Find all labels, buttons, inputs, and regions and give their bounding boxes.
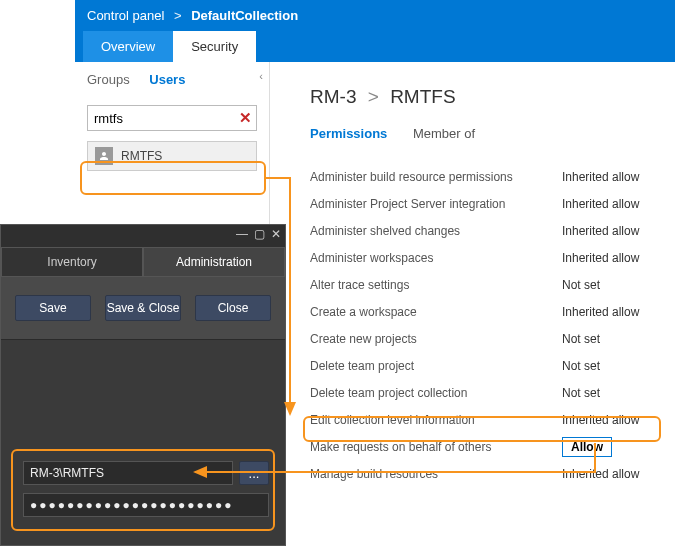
permission-row[interactable]: Administer build resource permissionsInh… (310, 163, 657, 190)
person-icon (95, 147, 113, 165)
credentials-group: ... (11, 449, 275, 531)
permission-value[interactable]: Not set (562, 359, 657, 373)
save-button[interactable]: Save (15, 295, 91, 321)
minimize-icon[interactable]: — (236, 227, 248, 241)
permission-value[interactable]: Not set (562, 332, 657, 346)
permission-value[interactable]: Inherited allow (562, 467, 657, 481)
permission-value[interactable]: Inherited allow (562, 413, 657, 427)
clear-search-icon[interactable]: ✕ (239, 109, 252, 127)
chevron-right-icon: > (368, 86, 379, 107)
permission-label: Create new projects (310, 332, 417, 346)
permission-value[interactable]: Inherited allow (562, 305, 657, 319)
user-item-label: RMTFS (121, 149, 162, 163)
user-search-input[interactable] (87, 105, 257, 131)
save-close-button[interactable]: Save & Close (105, 295, 181, 321)
permission-row[interactable]: Administer workspacesInherited allow (310, 244, 657, 271)
close-button[interactable]: Close (195, 295, 271, 321)
tab-member-of[interactable]: Member of (413, 126, 475, 141)
permission-label: Manage build resources (310, 467, 438, 481)
permission-row[interactable]: Administer Project Server integrationInh… (310, 190, 657, 217)
permission-row[interactable]: Manage build resourcesInherited allow (310, 460, 657, 487)
password-field[interactable] (23, 493, 269, 517)
permission-label: Delete team project (310, 359, 414, 373)
permission-value[interactable]: Inherited allow (562, 251, 657, 265)
permission-value[interactable]: Not set (562, 278, 657, 292)
permission-label: Administer Project Server integration (310, 197, 505, 211)
close-icon[interactable]: ✕ (271, 227, 281, 241)
permission-row[interactable]: Delete team projectNot set (310, 352, 657, 379)
permission-row[interactable]: Edit collection level informationInherit… (310, 406, 657, 433)
permission-label: Administer build resource permissions (310, 170, 513, 184)
permission-row[interactable]: Administer shelved changesInherited allo… (310, 217, 657, 244)
breadcrumb-root[interactable]: Control panel (87, 8, 164, 23)
breadcrumb: Control panel > DefaultCollection (75, 0, 675, 23)
sidebar-tab-groups[interactable]: Groups (87, 72, 130, 87)
permission-label: Administer workspaces (310, 251, 433, 265)
permission-label: Edit collection level information (310, 413, 475, 427)
permission-value[interactable]: Not set (562, 386, 657, 400)
permission-row[interactable]: Make requests on behalf of othersAllow (310, 433, 657, 460)
breadcrumb-current[interactable]: DefaultCollection (191, 8, 298, 23)
permission-row[interactable]: Create a workspaceInherited allow (310, 298, 657, 325)
page-title: RM-3 > RMTFS (310, 86, 657, 108)
permission-label: Delete team project collection (310, 386, 467, 400)
permission-value[interactable]: Inherited allow (562, 197, 657, 211)
permission-label: Administer shelved changes (310, 224, 460, 238)
permission-value[interactable]: Inherited allow (562, 170, 657, 184)
permission-value[interactable]: Inherited allow (562, 224, 657, 238)
permission-row[interactable]: Create new projectsNot set (310, 325, 657, 352)
maximize-icon[interactable]: ▢ (254, 227, 265, 241)
tab-administration[interactable]: Administration (143, 247, 285, 277)
chevron-right-icon: > (174, 8, 182, 23)
permission-value[interactable]: Allow (562, 440, 657, 454)
admin-dialog: — ▢ ✕ Inventory Administration Save Save… (0, 224, 286, 546)
permission-label: Create a workspace (310, 305, 417, 319)
tab-permissions[interactable]: Permissions (310, 126, 387, 141)
permission-row[interactable]: Delete team project collectionNot set (310, 379, 657, 406)
tab-overview[interactable]: Overview (83, 31, 173, 62)
tab-security[interactable]: Security (173, 31, 256, 62)
permission-label: Alter trace settings (310, 278, 409, 292)
browse-account-button[interactable]: ... (239, 461, 269, 485)
permission-label: Make requests on behalf of others (310, 440, 491, 454)
tab-inventory[interactable]: Inventory (1, 247, 143, 277)
user-list-item[interactable]: RMTFS (87, 141, 257, 171)
collapse-sidebar-icon[interactable]: ‹ (259, 70, 263, 82)
account-field[interactable] (23, 461, 233, 485)
sidebar-tab-users[interactable]: Users (149, 72, 185, 87)
permission-row[interactable]: Alter trace settingsNot set (310, 271, 657, 298)
